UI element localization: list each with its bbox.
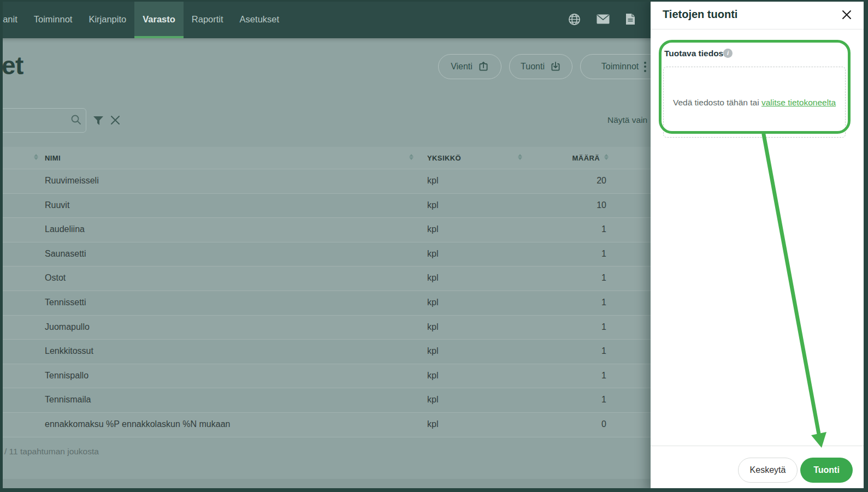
- sort-icon[interactable]: [604, 154, 609, 160]
- column-header-unit[interactable]: YKSIKKÖ: [427, 154, 461, 162]
- unit-cell: kpl: [427, 298, 438, 307]
- document-icon[interactable]: [625, 13, 635, 25]
- show-only-label[interactable]: Näytä vain: [607, 115, 653, 125]
- quantity-cell: 0: [552, 419, 606, 429]
- panel-footer-divider: [651, 446, 868, 446]
- unit-cell: kpl: [427, 200, 438, 210]
- product-name-cell: Tennismaila: [45, 395, 91, 405]
- quantity-cell: 1: [552, 395, 606, 405]
- unit-cell: kpl: [427, 273, 438, 283]
- mail-icon[interactable]: [597, 14, 610, 24]
- page-title: et: [2, 51, 23, 80]
- unit-cell: kpl: [427, 176, 438, 186]
- column-header-qty[interactable]: MÄÄRÄ: [563, 154, 600, 162]
- unit-cell: kpl: [427, 395, 438, 405]
- unit-cell: kpl: [427, 322, 438, 332]
- sort-icon[interactable]: [518, 154, 522, 160]
- globe-icon[interactable]: [568, 13, 581, 26]
- submit-import-button[interactable]: Tuonti: [800, 458, 853, 483]
- unit-cell: kpl: [427, 419, 438, 429]
- quantity-cell: 1: [552, 371, 606, 381]
- table-footer-count: / 11 tapahtuman joukosta: [4, 447, 99, 457]
- quantity-cell: 1: [552, 298, 606, 307]
- import-panel-title: Tietojen tuonti: [663, 8, 737, 21]
- quantity-cell: 10: [552, 200, 606, 210]
- quantity-cell: 1: [552, 249, 606, 259]
- quantity-cell: 1: [552, 273, 606, 283]
- cancel-button[interactable]: Keskeytä: [738, 458, 798, 483]
- choose-file-link[interactable]: valitse tietokoneelta: [761, 98, 836, 107]
- nav-tab-raportit[interactable]: Raportit: [184, 0, 232, 38]
- product-name-cell: Laudeliina: [45, 224, 85, 234]
- nav-tab-kirjanpito[interactable]: Kirjanpito: [80, 0, 134, 38]
- import-panel: Tietojen tuonti Tuotava tiedosto i Vedä …: [651, 0, 868, 492]
- product-name-cell: Ruuvit: [45, 200, 69, 210]
- filter-icon[interactable]: [93, 116, 104, 128]
- unit-cell: kpl: [427, 224, 438, 234]
- nav-tab-varasto[interactable]: Varasto: [134, 0, 184, 38]
- import-button-label: Tuonti: [521, 62, 545, 72]
- nav-tab-asetukset[interactable]: Asetukset: [232, 0, 287, 38]
- frame-border: [0, 0, 3, 492]
- dropzone-text: Vedä tiedosto tähän tai valitse tietokon…: [664, 98, 845, 108]
- close-icon[interactable]: [842, 10, 852, 22]
- product-name-cell: Tennissetti: [45, 298, 86, 307]
- unit-cell: kpl: [427, 346, 438, 356]
- export-icon: [478, 61, 489, 72]
- product-name-cell: ennakkomaksu %P ennakkolaskun %N mukaan: [45, 419, 230, 429]
- product-name-cell: Juomapullo: [45, 322, 90, 332]
- info-icon[interactable]: i: [723, 49, 733, 58]
- import-icon: [550, 61, 561, 72]
- kebab-icon: [644, 62, 646, 72]
- unit-cell: kpl: [427, 249, 438, 259]
- nav-tab-partial[interactable]: panit: [0, 0, 26, 38]
- export-button[interactable]: Vienti: [438, 54, 501, 79]
- quantity-cell: 1: [552, 224, 606, 234]
- clear-icon[interactable]: [110, 115, 121, 128]
- export-button-label: Vienti: [451, 62, 473, 72]
- file-section-label: Tuotava tiedosto: [664, 49, 731, 58]
- quantity-cell: 1: [552, 322, 606, 332]
- file-dropzone[interactable]: Vedä tiedosto tähän tai valitse tietokon…: [663, 67, 846, 138]
- quantity-cell: 20: [552, 176, 606, 186]
- dropzone-hint: Vedä tiedosto tähän tai: [673, 98, 759, 107]
- quantity-cell: 1: [552, 346, 606, 356]
- frame-border: [864, 0, 868, 492]
- import-panel-header: Tietojen tuonti: [651, 0, 868, 29]
- nav-tab-toiminnot[interactable]: Toiminnot: [26, 0, 81, 38]
- frame-border: [0, 488, 868, 492]
- frame-border: [0, 0, 868, 2]
- sort-icon[interactable]: [409, 154, 414, 160]
- product-name-cell: Ostot: [45, 273, 66, 283]
- sort-icon[interactable]: [34, 154, 38, 160]
- app-window: et Vienti Tuonti Toiminnot: [0, 0, 868, 492]
- product-name-cell: Ruuvimeisseli: [45, 176, 99, 186]
- actions-menu-label: Toiminnot: [601, 62, 639, 72]
- product-name-cell: Saunasetti: [45, 249, 86, 259]
- product-name-cell: Lenkkitossut: [45, 346, 93, 356]
- import-button[interactable]: Tuonti: [509, 54, 572, 79]
- search-icon: [70, 114, 82, 128]
- product-name-cell: Tennispallo: [45, 371, 88, 381]
- nav-icons: [568, 0, 635, 38]
- unit-cell: kpl: [427, 371, 438, 381]
- column-header-name[interactable]: NIMI: [45, 154, 61, 162]
